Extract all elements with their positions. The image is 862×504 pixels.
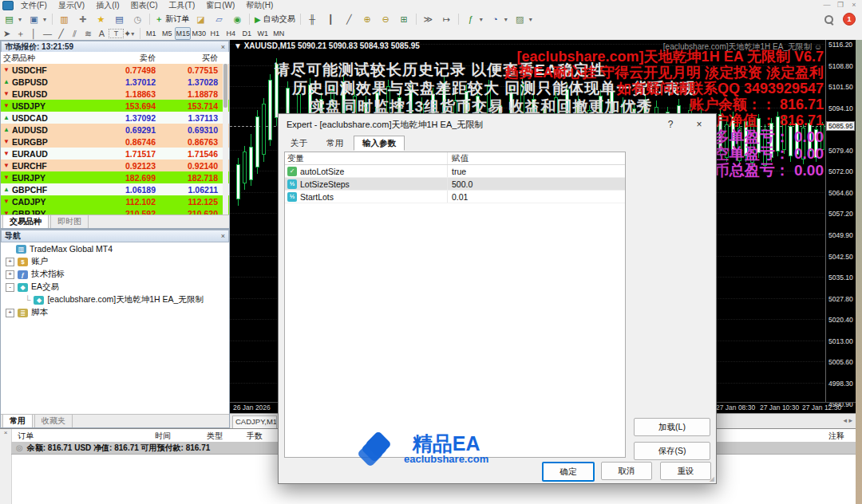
templates-dropdown[interactable]: ▾ [529,16,536,23]
search-icon[interactable] [820,13,837,26]
tree-expander[interactable]: - [6,283,14,292]
market-watch-scrollbar[interactable] [223,64,228,215]
candlestick-chart-button[interactable]: ┃ [322,13,339,26]
column-time[interactable]: 时间 [115,431,171,442]
close-button[interactable]: × [848,1,860,9]
timeframe-m15[interactable]: M15 [175,27,191,40]
channel-tool[interactable]: ⫽ [68,28,81,39]
dialog-tab-输入参数[interactable]: 输入参数 [354,136,405,151]
timeframe-h4[interactable]: H4 [223,27,239,40]
menu-window[interactable]: 窗口(W) [200,0,240,11]
dialog-tab-常用[interactable]: 常用 [318,136,352,151]
column-type[interactable]: 类型 [183,431,223,442]
column-order[interactable]: 订单 [18,431,34,442]
crosshair-tool[interactable]: ＋ [14,28,27,39]
column-lots[interactable]: 手数 [231,431,263,442]
new-order-button[interactable]: ＋新订单 [153,13,191,26]
bar-chart-button[interactable]: ╫ [304,13,321,26]
chart-tab-cadjpy[interactable]: CADJPY,M15 [232,415,277,428]
market-row-euraud[interactable]: ▼EURAUD1.715171.71546 [1,148,229,159]
param-row-StartLots[interactable]: ½StartLots0.01 [285,191,625,203]
tree-expander[interactable]: + [6,258,14,266]
minimize-button[interactable]: — [820,1,833,9]
navigator-tab-常用[interactable]: 常用 [2,414,33,427]
param-value[interactable]: 500.0 [448,179,625,189]
indicators-dropdown[interactable]: ▾ [480,16,486,23]
eraser-icon[interactable]: ◪ [192,13,209,26]
trendline-tool[interactable]: ╱ [54,28,68,39]
navigator-close-icon[interactable]: × [221,232,225,240]
market-row-audusd[interactable]: ▲AUDUSD0.692910.69310 [1,124,229,136]
param-value[interactable]: 0.01 [448,192,625,202]
market-row-usdchf[interactable]: ▼USDCHF0.774980.77515 [1,64,229,76]
expert-list-icon[interactable]: ▱ [211,13,227,26]
nav-item-expert[interactable]: └◆[eaclubshare.com]天地乾坤1H EA_无限制 [1,293,229,306]
market-row-eurgbp[interactable]: ▼EURGBP0.867460.86763 [1,136,229,148]
periods-button[interactable]: ◔ [487,13,504,26]
navigator-tab-收藏夹[interactable]: 收藏夹 [34,414,73,427]
dialog-resize-grip[interactable]: ◢ [710,475,714,482]
history-center-button[interactable]: ◷ [129,13,146,26]
nav-item-scripts[interactable]: +≣脚本 [1,306,229,319]
new-chart-dropdown[interactable]: ▾ [18,16,25,23]
dialog-close-button[interactable]: × [686,114,713,135]
market-row-usdjpy[interactable]: ▼USDJPY153.694153.714 [1,100,229,112]
cursor-tool[interactable]: ➤ [0,28,14,39]
menu-insert[interactable]: 插入(I) [90,0,125,11]
profiles-dropdown[interactable]: ▾ [43,16,49,23]
auto-scroll-button[interactable]: ≫ [420,13,437,26]
menu-view[interactable]: 显示(V) [53,0,90,11]
timeframe-w1[interactable]: W1 [255,27,271,40]
column-symbol[interactable]: 交易品种 [1,53,98,64]
market-row-gbpchf[interactable]: ▲GBPCHF1.061891.06211 [1,183,229,195]
timeframe-m30[interactable]: M30 [191,27,207,40]
nav-item-server[interactable]: ▥TradeMax Global MT4 [1,242,229,255]
templates-button[interactable]: ▨ [512,13,528,26]
vertical-line-tool[interactable]: │ [27,28,41,39]
profiles-button[interactable]: ▣ [26,13,42,26]
favorites-button[interactable]: ★ [93,13,109,26]
nav-item-experts[interactable]: -◆EA交易 [1,281,229,293]
horizontal-line-tool[interactable]: — [41,28,54,39]
timeframe-d1[interactable]: D1 [239,27,255,40]
reset-button[interactable]: 重设 [660,462,711,480]
text-tool[interactable]: A [95,28,109,39]
load-button[interactable]: 加载(L) [634,418,710,436]
navigator-toggle[interactable]: ▤ [111,13,128,26]
column-comment[interactable]: 注释 [828,431,844,442]
restore-button[interactable]: ❐ [834,1,847,9]
menu-tools[interactable]: 工具(T) [163,0,200,11]
param-value[interactable]: true [448,167,625,176]
new-chart-button[interactable]: ▤ [1,13,18,26]
tree-expander[interactable]: + [6,270,14,279]
market-row-cadjpy[interactable]: ▼CADJPY112.102112.125 [1,195,229,207]
menu-file[interactable]: 文件(F) [15,0,53,11]
market-row-gbpusd[interactable]: ▲GBPUSD1.370121.37028 [1,76,229,88]
notifications-badge[interactable]: 1 [843,13,856,26]
chart-shift-button[interactable]: ↦ [438,13,455,26]
market-watch-tab-交易品种[interactable]: 交易品种 [2,215,49,228]
param-row-autoLotSize[interactable]: ✓autoLotSizetrue [285,165,625,178]
market-row-eurchf[interactable]: ▼EURCHF0.921230.92140 [1,159,229,171]
chart-tab-scroll-arrows[interactable]: ◂ ▸ [843,416,852,424]
market-row-eurusd[interactable]: ▼EURUSD1.188631.18878 [1,88,229,100]
terminal-close-icon[interactable]: × [4,429,8,436]
dialog-help-button[interactable]: ? [657,114,684,135]
timeframe-h1[interactable]: H1 [207,27,223,40]
timeframe-mn[interactable]: MN [271,27,287,40]
periods-dropdown[interactable]: ▾ [504,16,511,23]
timeframe-m5[interactable]: M5 [159,27,175,40]
menu-help[interactable]: 帮助(H) [240,0,279,11]
line-chart-button[interactable]: ╱ [341,13,358,26]
column-sell[interactable]: 卖价 [98,53,160,64]
arrows-tool[interactable]: ✦▾ [124,28,137,39]
fibonacci-tool[interactable]: ≋ [81,28,95,39]
zoom-out-button[interactable]: ⊖ [378,13,394,26]
dialog-tab-关于[interactable]: 关于 [282,136,316,151]
chart-symbol-ohlc[interactable]: ▼ XAUUSD,M15 5090.21 5090.83 5084.93 508… [234,41,420,50]
ok-button[interactable]: 确定 [542,462,595,482]
market-watch-close-icon[interactable]: × [221,43,225,51]
timeframe-m1[interactable]: M1 [143,27,159,40]
column-buy[interactable]: 买价 [160,53,229,64]
text-label-tool[interactable]: T [109,29,124,38]
